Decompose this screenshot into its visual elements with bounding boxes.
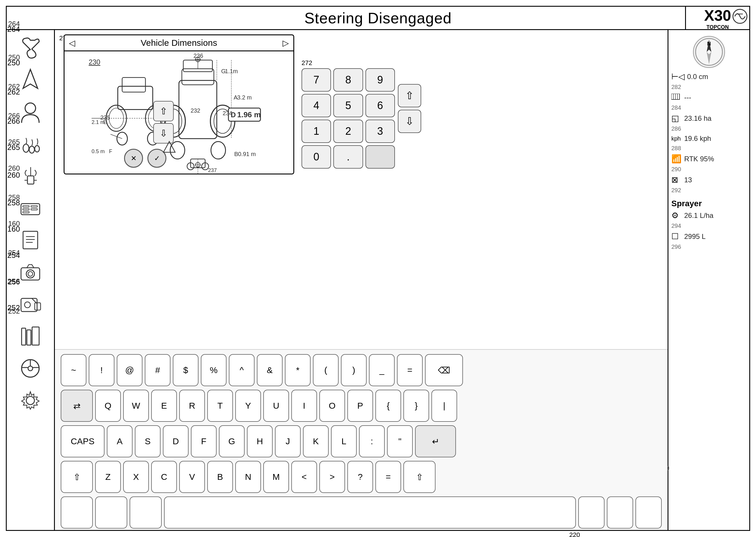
- key-l[interactable]: L: [331, 425, 357, 457]
- key-extra1[interactable]: [578, 496, 604, 528]
- sidebar-item-config[interactable]: [13, 386, 48, 415]
- key-s[interactable]: S: [135, 425, 160, 457]
- numpad-1[interactable]: 1: [301, 120, 331, 143]
- key-r[interactable]: R: [179, 390, 205, 422]
- key-f[interactable]: F: [191, 425, 217, 457]
- key-underscore[interactable]: _: [369, 354, 395, 386]
- svg-text:N: N: [707, 41, 711, 47]
- key-w[interactable]: W: [123, 390, 149, 422]
- key-fn-right[interactable]: [130, 496, 162, 528]
- svg-text:1.96 m: 1.96 m: [237, 110, 261, 119]
- key-fn-left[interactable]: [61, 496, 93, 528]
- key-d[interactable]: D: [163, 425, 189, 457]
- outer-ref-252: 252: [7, 303, 20, 312]
- numpad-5[interactable]: 5: [334, 94, 363, 117]
- key-z[interactable]: Z: [95, 461, 121, 493]
- arrow-up-key[interactable]: ⇧: [153, 101, 174, 121]
- numpad-2[interactable]: 2: [334, 120, 363, 143]
- key-q[interactable]: Q: [95, 390, 121, 422]
- key-b[interactable]: B: [207, 461, 233, 493]
- sidebar-item-library[interactable]: [13, 322, 48, 351]
- speed-icon: kph: [671, 135, 682, 142]
- key-extra3[interactable]: [636, 496, 662, 528]
- key-row-special: ~ ! @ # $ % ^ & * ( ) _ = ⌫: [61, 354, 662, 386]
- numpad-9[interactable]: 9: [366, 68, 395, 92]
- numpad-0[interactable]: 0: [301, 145, 331, 169]
- key-pipe[interactable]: |: [431, 390, 457, 422]
- key-exclaim[interactable]: !: [89, 354, 114, 386]
- dialog-nav-right[interactable]: ▷: [283, 38, 289, 48]
- numpad-arrow-down[interactable]: ⇩: [398, 110, 421, 133]
- key-lparen[interactable]: (: [313, 354, 338, 386]
- key-equals[interactable]: =: [397, 354, 422, 386]
- key-g[interactable]: G: [219, 425, 245, 457]
- key-u[interactable]: U: [263, 390, 289, 422]
- numpad-arrow-up[interactable]: ⇧: [398, 84, 421, 107]
- dialog-nav-left[interactable]: ◁: [69, 38, 75, 48]
- key-ampersand[interactable]: &: [257, 354, 283, 386]
- key-colon[interactable]: :: [359, 425, 385, 457]
- logo-brand: TOPCON: [706, 24, 729, 30]
- outer-ref-262: 262: [7, 88, 20, 97]
- key-v[interactable]: V: [179, 461, 205, 493]
- camera-icon: [19, 261, 42, 284]
- key-question[interactable]: ?: [347, 461, 373, 493]
- key-shift-right[interactable]: ⇧: [403, 461, 435, 493]
- key-rparen[interactable]: ): [341, 354, 367, 386]
- key-equals2[interactable]: =: [376, 461, 401, 493]
- key-asterisk[interactable]: *: [285, 354, 311, 386]
- key-e[interactable]: E: [151, 390, 177, 422]
- key-y[interactable]: Y: [235, 390, 261, 422]
- sidebar-item-settings[interactable]: [13, 33, 48, 62]
- key-caps[interactable]: CAPS: [61, 425, 105, 457]
- key-tab[interactable]: ⇄: [61, 390, 93, 422]
- key-at[interactable]: @: [117, 354, 143, 386]
- key-quote[interactable]: ": [387, 425, 413, 457]
- key-shift-left[interactable]: ⇧: [61, 461, 93, 493]
- svg-point-21: [26, 270, 34, 278]
- info-row-offset: ⊢◁ 0.0 cm: [671, 72, 746, 81]
- key-space[interactable]: [164, 496, 576, 528]
- topcon-icon: [732, 8, 748, 24]
- count-icon: ⊠: [671, 175, 682, 185]
- key-caret[interactable]: ^: [229, 354, 254, 386]
- key-extra2[interactable]: [607, 496, 633, 528]
- key-t[interactable]: T: [207, 390, 233, 422]
- key-enter[interactable]: ↵: [415, 425, 456, 457]
- key-o[interactable]: O: [319, 390, 345, 422]
- key-n[interactable]: N: [235, 461, 261, 493]
- key-gt[interactable]: >: [319, 461, 345, 493]
- key-tilde[interactable]: ~: [61, 354, 86, 386]
- key-j[interactable]: J: [275, 425, 301, 457]
- key-c[interactable]: C: [151, 461, 177, 493]
- key-hash[interactable]: #: [145, 354, 170, 386]
- outer-ref-160: 160: [7, 225, 20, 234]
- ref-288: 288: [671, 145, 746, 152]
- key-k[interactable]: K: [303, 425, 329, 457]
- sidebar-item-steering[interactable]: [13, 354, 48, 383]
- key-dollar[interactable]: $: [173, 354, 199, 386]
- ref-296: 296: [671, 244, 746, 250]
- key-rbrace[interactable]: }: [403, 390, 429, 422]
- key-h[interactable]: H: [247, 425, 273, 457]
- key-p[interactable]: P: [347, 390, 373, 422]
- key-x[interactable]: X: [123, 461, 149, 493]
- numpad-3[interactable]: 3: [366, 120, 395, 143]
- svg-marker-40: [707, 52, 711, 64]
- numpad-decimal[interactable]: .: [334, 145, 363, 169]
- numpad-7[interactable]: 7: [301, 68, 331, 92]
- numpad-6[interactable]: 6: [366, 94, 395, 117]
- numpad-clear[interactable]: [366, 145, 395, 169]
- key-fn-mid[interactable]: [95, 496, 127, 528]
- numpad-4[interactable]: 4: [301, 94, 331, 117]
- key-backspace[interactable]: ⌫: [425, 354, 463, 386]
- key-lbrace[interactable]: {: [376, 390, 401, 422]
- key-i[interactable]: I: [291, 390, 317, 422]
- key-lt[interactable]: <: [291, 461, 317, 493]
- sidebar-item-controller[interactable]: [13, 193, 48, 223]
- key-percent[interactable]: %: [201, 354, 227, 386]
- key-a[interactable]: A: [107, 425, 133, 457]
- key-m[interactable]: M: [263, 461, 289, 493]
- cancel-circle[interactable]: ✕: [124, 149, 143, 168]
- numpad-8[interactable]: 8: [334, 68, 363, 92]
